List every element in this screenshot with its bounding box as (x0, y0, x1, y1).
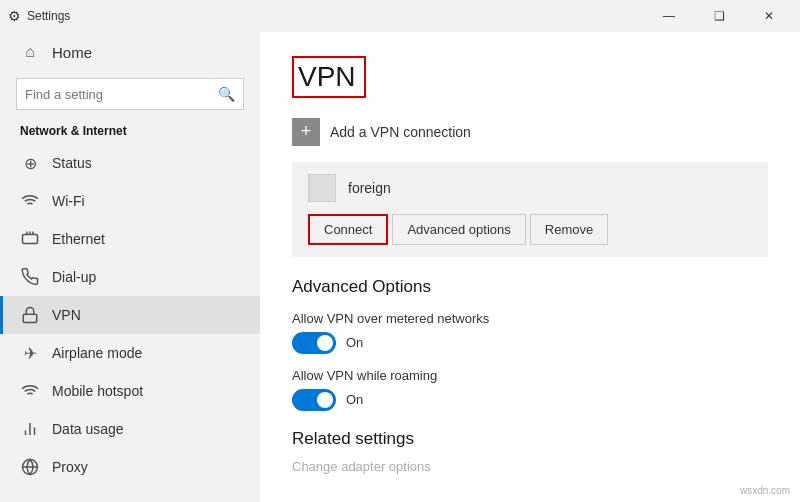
sidebar-item-airplane[interactable]: ✈ Airplane mode (0, 334, 260, 372)
sidebar-item-hotspot[interactable]: Mobile hotspot (0, 372, 260, 410)
connect-button[interactable]: Connect (308, 214, 388, 245)
vpn-actions: Connect Advanced options Remove (308, 214, 752, 245)
home-label: Home (52, 44, 92, 61)
sidebar-item-label: Mobile hotspot (52, 383, 143, 399)
sidebar-item-proxy[interactable]: Proxy (0, 448, 260, 486)
related-settings-heading: Related settings (292, 429, 768, 449)
settings-icon: ⚙ (8, 8, 21, 24)
remove-button[interactable]: Remove (530, 214, 608, 245)
app-body: ⌂ Home 🔍 Network & Internet ⊕ Status Wi-… (0, 32, 800, 502)
sidebar-section-title: Network & Internet (0, 120, 260, 144)
svg-rect-1 (23, 235, 38, 244)
ethernet-icon (20, 229, 40, 249)
vpn-connection-header: foreign (308, 174, 752, 202)
metered-toggle-row: Allow VPN over metered networks On (292, 311, 768, 354)
sidebar-item-label: Airplane mode (52, 345, 142, 361)
hotspot-icon (20, 381, 40, 401)
datausage-icon (20, 419, 40, 439)
home-icon: ⌂ (20, 42, 40, 62)
sidebar-item-ethernet[interactable]: Ethernet (0, 220, 260, 258)
sidebar-home[interactable]: ⌂ Home (0, 32, 260, 72)
main-content: VPN + Add a VPN connection foreign Conne… (260, 32, 800, 502)
sidebar-item-status[interactable]: ⊕ Status (0, 144, 260, 182)
add-vpn-label: Add a VPN connection (330, 124, 471, 140)
metered-toggle-text: On (346, 335, 363, 350)
metered-label: Allow VPN over metered networks (292, 311, 768, 326)
search-input[interactable] (17, 87, 210, 102)
sidebar-item-label: VPN (52, 307, 81, 323)
title-bar-controls: — ❑ ✕ (646, 0, 792, 32)
plus-icon: + (292, 118, 320, 146)
sidebar-item-label: Data usage (52, 421, 124, 437)
title-bar-left: ⚙ Settings (8, 8, 70, 24)
title-bar-title: Settings (27, 9, 70, 23)
sidebar-item-datausage[interactable]: Data usage (0, 410, 260, 448)
sidebar-item-label: Status (52, 155, 92, 171)
sidebar-item-vpn[interactable]: VPN (0, 296, 260, 334)
vpn-connection-card: foreign Connect Advanced options Remove (292, 162, 768, 257)
status-icon: ⊕ (20, 153, 40, 173)
watermark: wsxdn.com (740, 485, 790, 496)
vpn-name: foreign (348, 180, 391, 196)
svg-rect-5 (23, 314, 37, 322)
roaming-toggle-control: On (292, 389, 768, 411)
change-adapter-link[interactable]: Change adapter options (292, 459, 431, 474)
sidebar-item-label: Ethernet (52, 231, 105, 247)
sidebar: ⌂ Home 🔍 Network & Internet ⊕ Status Wi-… (0, 32, 260, 502)
dialup-icon (20, 267, 40, 287)
sidebar-item-wifi[interactable]: Wi-Fi (0, 182, 260, 220)
airplane-icon: ✈ (20, 343, 40, 363)
roaming-label: Allow VPN while roaming (292, 368, 768, 383)
vpn-icon (20, 305, 40, 325)
title-bar: ⚙ Settings — ❑ ✕ (0, 0, 800, 32)
roaming-toggle-text: On (346, 392, 363, 407)
wifi-icon (20, 191, 40, 211)
close-button[interactable]: ✕ (746, 0, 792, 32)
sidebar-item-label: Proxy (52, 459, 88, 475)
advanced-options-heading: Advanced Options (292, 277, 768, 297)
metered-toggle-switch[interactable] (292, 332, 336, 354)
maximize-button[interactable]: ❑ (696, 0, 742, 32)
roaming-toggle-row: Allow VPN while roaming On (292, 368, 768, 411)
proxy-icon (20, 457, 40, 477)
sidebar-item-label: Wi-Fi (52, 193, 85, 209)
vpn-thumbnail (308, 174, 336, 202)
search-box[interactable]: 🔍 (16, 78, 244, 110)
roaming-toggle-switch[interactable] (292, 389, 336, 411)
advanced-options-button[interactable]: Advanced options (392, 214, 525, 245)
add-vpn-button[interactable]: + Add a VPN connection (292, 118, 471, 146)
minimize-button[interactable]: — (646, 0, 692, 32)
search-icon: 🔍 (210, 86, 243, 102)
page-title: VPN (292, 56, 366, 98)
metered-toggle-control: On (292, 332, 768, 354)
sidebar-item-dialup[interactable]: Dial-up (0, 258, 260, 296)
sidebar-item-label: Dial-up (52, 269, 96, 285)
